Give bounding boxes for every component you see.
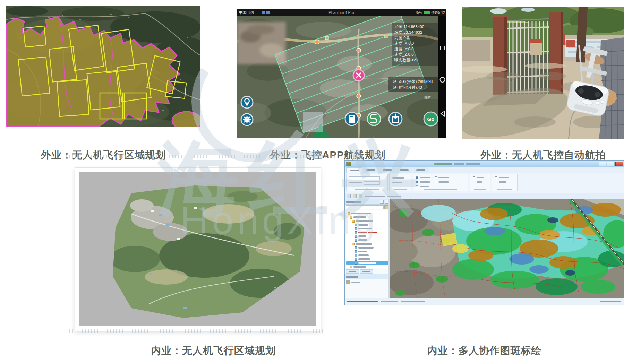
figure-gis-window: [344, 160, 624, 305]
figure-controller-photo: [462, 7, 624, 139]
gear-icon: [244, 116, 250, 123]
gis-map-area[interactable]: [390, 199, 624, 298]
ribbon-tabs[interactable]: [345, 167, 624, 173]
ribbon-tab-2[interactable]: [363, 167, 379, 173]
panel-tab-2[interactable]: [360, 269, 373, 274]
flight-area-value: 飞行面积(平米):2968628: [391, 79, 433, 84]
carrier-label: 中国电信: [239, 10, 254, 15]
window-minimize-button[interactable]: [599, 162, 606, 166]
toolbar-icon-3[interactable]: [359, 194, 362, 198]
ribbon-checkbox-4[interactable]: [435, 181, 437, 183]
window-maximize-button[interactable]: [607, 162, 615, 166]
panel-tabs[interactable]: [346, 269, 388, 274]
home-point-marker[interactable]: [353, 70, 364, 81]
layer-tree[interactable]: [346, 210, 388, 268]
battery-icon: [424, 11, 430, 14]
ribbon-checkbox-1[interactable]: [416, 176, 418, 179]
caption-collaborative-mapping: 内业：多人协作图斑标绘: [344, 344, 624, 358]
ribbon-input[interactable]: [364, 181, 380, 185]
ribbon-tab-4[interactable]: [396, 167, 412, 173]
map-place-label: 陈周: [424, 95, 432, 99]
ribbon-checkbox-7[interactable]: [495, 176, 497, 179]
telemetry-exposures: 曝光数量:122: [394, 58, 418, 62]
clock-label: 傍晚5:12: [431, 11, 445, 15]
waypoint-list-button[interactable]: [345, 112, 358, 125]
caption-route-planning: 外业：飞控APP航线规划: [220, 148, 435, 162]
gis-left-panel: [345, 199, 390, 305]
caption-ortho-processing: 内业：无人机飞行区域规划: [85, 344, 342, 358]
settings-button[interactable]: [241, 114, 253, 125]
save-map-button[interactable]: [389, 112, 402, 125]
panel-splitter[interactable]: [388, 199, 390, 298]
controller-photo: [462, 7, 624, 139]
layer-search-input[interactable]: [346, 205, 384, 209]
gis-toolbar[interactable]: [345, 193, 624, 199]
subpanel-icon[interactable]: [346, 280, 350, 284]
gis-title-text: [434, 163, 480, 165]
ribbon-checkbox-2[interactable]: [435, 176, 437, 179]
toolbar-icon-1[interactable]: [347, 194, 351, 198]
layer-panel-header: [345, 199, 390, 205]
locate-button[interactable]: [241, 96, 253, 108]
app-screenshot: 经度:114.863400 纬度:33.344632 高度:0.0 速度_X:0…: [237, 9, 446, 138]
layer-add-icon[interactable]: [384, 205, 388, 209]
figure-flight-app: 经度:114.863400 纬度:33.344632 高度:0.0 速度_X:0…: [237, 9, 446, 138]
flight-time-value: 飞行时间(分钟):43: [391, 85, 422, 89]
ribbon-group-3: [413, 174, 468, 191]
telemetry-speed-x: 速度_X:0.0: [394, 41, 414, 45]
ribbon-checkbox-3[interactable]: [416, 181, 418, 183]
telemetry-speed-y: 速度_Y:0.0: [394, 47, 414, 51]
android-navbar: [438, 16, 446, 138]
panel-close-icon[interactable]: [385, 200, 388, 204]
window-close-button[interactable]: [615, 162, 623, 166]
ribbon-tab-3[interactable]: [379, 167, 395, 173]
gis-map: [390, 199, 624, 298]
ribbon-group-2: [389, 174, 411, 191]
gis-app-icon: [346, 162, 351, 166]
ribbon-group-4: [470, 174, 490, 191]
satellite-map-area-planning: [6, 6, 200, 127]
ribbon-group-1: [346, 174, 388, 191]
ribbon-tab-5[interactable]: [413, 167, 429, 173]
gate: [507, 19, 549, 94]
ribbon-dropdown[interactable]: [349, 176, 380, 180]
subpanel-header: [345, 274, 390, 279]
battery-percent: 75%: [415, 11, 422, 15]
panel-tab-1[interactable]: [346, 269, 359, 274]
figure-flight-area-planning: [6, 6, 200, 127]
ribbon-body: [345, 173, 624, 193]
ribbon-checkbox-6[interactable]: [473, 176, 475, 179]
go-button[interactable]: Go: [424, 112, 438, 126]
figure-orthophoto-card: [75, 167, 321, 331]
caption-flight-area-planning: 外业：无人机飞行区域规划: [6, 148, 200, 162]
orthophoto-canvas: [79, 172, 316, 326]
ribbon-group-5: [492, 174, 518, 191]
route-button[interactable]: [367, 112, 381, 125]
ribbon-tab-1[interactable]: [346, 167, 362, 173]
go-label: Go: [427, 116, 435, 122]
telemetry-longitude: 经度:114.863400: [394, 25, 424, 29]
ribbon-checkbox-5[interactable]: [416, 185, 418, 188]
telemetry-speed-z: 速度_Z:0.0: [394, 52, 414, 57]
telemetry-altitude: 高度:0.0: [394, 36, 409, 40]
flight-stats-panel: 飞行面积(平米):2968628 飞行时间(分钟):43: [388, 77, 446, 92]
gis-statusbar: [345, 298, 624, 305]
document-icon: [349, 115, 355, 123]
device-label: Phantom 4 Pro: [328, 10, 354, 15]
caption-auto-aerial-photo: 外业：无人机飞控自动航拍: [462, 148, 624, 162]
telemetry-latitude: 纬度:33.344632: [394, 30, 422, 34]
orthophoto: [79, 172, 316, 326]
layer-item-selected[interactable]: [346, 261, 388, 265]
panel-pin-icon[interactable]: [380, 200, 384, 204]
page: 经度:114.863400 纬度:33.344632 高度:0.0 速度_X:0…: [0, 0, 632, 364]
layer-item-alert[interactable]: [346, 231, 388, 234]
toolbar-icon-2[interactable]: [353, 194, 357, 198]
